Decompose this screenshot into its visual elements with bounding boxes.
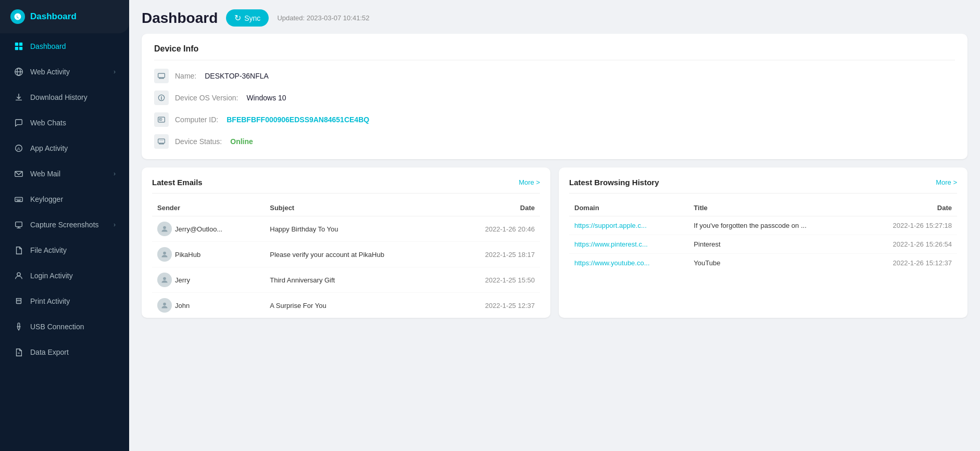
nav-label-download-history: Download History (30, 93, 116, 101)
device-row-value-1: Windows 10 (246, 94, 286, 102)
usb-icon (14, 321, 24, 332)
email-date-2: 2022-1-25 15:50 (450, 267, 540, 293)
avatar-2 (157, 273, 172, 287)
latest-browsing-header: Latest Browsing History More > (569, 178, 957, 194)
browsing-date-1: 2022-1-26 15:26:54 (860, 235, 957, 254)
email-date-3: 2022-1-25 12:37 (450, 293, 540, 318)
sync-icon: ↻ (234, 13, 241, 23)
device-row-value-2: BFEBFBFF000906EDSS9AN84651CE4BQ (227, 115, 369, 124)
dashboard-icon (14, 41, 24, 51)
device-info-title: Device Info (154, 44, 955, 60)
nav-label-dashboard: Dashboard (30, 42, 116, 50)
svg-rect-1 (19, 43, 22, 46)
device-row-0: Name: DESKTOP-36NFLA (154, 69, 955, 83)
latest-emails-title: Latest Emails (152, 178, 203, 187)
emails-more-link[interactable]: More > (519, 178, 540, 186)
svg-point-32 (161, 96, 162, 97)
device-row-icon-2: ID (154, 112, 169, 127)
main-header: Dashboard ↻ Sync Updated: 2023-03-07 10:… (129, 0, 980, 34)
file-icon (14, 245, 24, 255)
browsing-row-0: https://support.apple.c... If you've for… (569, 216, 957, 235)
sidebar-item-keylogger[interactable]: Keylogger (3, 187, 126, 212)
svg-rect-2 (15, 47, 18, 50)
nav-label-web-mail: Web Mail (30, 170, 107, 178)
email-sender-3: John (152, 293, 265, 318)
browsing-tbody: https://support.apple.c... If you've for… (569, 216, 957, 273)
avatar-3 (157, 298, 172, 313)
nav-label-data-export: Data Export (30, 348, 116, 356)
email-subject-2: Third Anniversary Gift (265, 267, 450, 293)
sidebar-item-web-mail[interactable]: Web Mail › (3, 161, 126, 186)
sidebar-logo: Dashboard (10, 9, 119, 24)
nav-label-usb-connection: USB Connection (30, 323, 116, 331)
nav-label-app-activity: App Activity (30, 144, 116, 152)
device-row-1: Device OS Version: Windows 10 (154, 91, 955, 105)
email-subject-3: A Surprise For You (265, 293, 450, 318)
col-date: Date (860, 200, 957, 216)
browsing-date-2: 2022-1-26 15:12:37 (860, 254, 957, 273)
email-sender-2: Jerry (152, 267, 265, 293)
email-row-1: PikaHub Please verify your account at Pi… (152, 242, 540, 267)
nav-arrow-web-activity: › (114, 68, 116, 75)
device-row-value-3: Online (230, 137, 253, 146)
device-row-icon-0 (154, 69, 169, 83)
sidebar-item-file-activity[interactable]: File Activity (3, 238, 126, 263)
sync-button[interactable]: ↻ Sync (226, 9, 269, 27)
nav-arrow-web-mail: › (114, 170, 116, 177)
device-row-label-0: Name: (175, 72, 196, 80)
col-sender: Sender (152, 200, 265, 216)
device-info-card: Device Info Name: DESKTOP-36NFLA Device … (142, 34, 968, 159)
apps-icon: A (14, 143, 24, 153)
device-info-rows: Name: DESKTOP-36NFLA Device OS Version: … (154, 69, 955, 149)
browsing-more-link[interactable]: More > (936, 178, 957, 186)
device-row-2: ID Computer ID: BFEBFBFF000906EDSS9AN846… (154, 112, 955, 127)
device-row-label-2: Computer ID: (175, 115, 218, 124)
svg-point-43 (163, 303, 166, 306)
mail-icon (14, 169, 24, 179)
browsing-domain-2: https://www.youtube.co... (569, 254, 688, 273)
sidebar-item-web-chats[interactable]: Web Chats (3, 110, 126, 135)
latest-browsing-title: Latest Browsing History (569, 178, 659, 187)
sync-label: Sync (244, 14, 260, 22)
device-row-value-0: DESKTOP-36NFLA (205, 72, 269, 80)
svg-rect-26 (158, 73, 165, 78)
page-title: Dashboard (142, 10, 218, 27)
bottom-cards: Latest Emails More > Sender Subject Date (142, 167, 968, 318)
avatar-1 (157, 247, 172, 262)
person-icon (14, 270, 24, 281)
svg-rect-0 (15, 43, 18, 46)
sidebar-header: Dashboard (0, 0, 129, 33)
nav-label-capture-screenshots: Capture Screenshots (30, 221, 107, 229)
nav-label-login-activity: Login Activity (30, 272, 116, 280)
sidebar-item-data-export[interactable]: Data Export (3, 340, 126, 365)
browsing-title-0: If you've forgotten the passcode on ... (688, 216, 860, 235)
screenshot-icon (14, 220, 24, 230)
print-icon (14, 296, 24, 306)
svg-point-41 (163, 252, 166, 255)
email-subject-1: Please verify your account at PikaHub (265, 242, 450, 267)
browsing-title-2: YouTube (688, 254, 860, 273)
sidebar-item-web-activity[interactable]: Web Activity › (3, 59, 126, 84)
nav-label-print-activity: Print Activity (30, 297, 116, 305)
sidebar-item-download-history[interactable]: Download History (3, 85, 126, 110)
sidebar-item-dashboard[interactable]: Dashboard (3, 34, 126, 59)
sidebar-item-usb-connection[interactable]: USB Connection (3, 314, 126, 339)
nav-label-web-chats: Web Chats (30, 119, 116, 127)
logo-icon (10, 9, 25, 24)
emails-tbody: Jerry@Outloo... Happy Birthday To You 20… (152, 216, 540, 318)
device-row-label-3: Device Status: (175, 137, 222, 146)
logo-text: Dashboard (30, 11, 77, 22)
sidebar-item-login-activity[interactable]: Login Activity (3, 263, 126, 288)
email-row-0: Jerry@Outloo... Happy Birthday To You 20… (152, 216, 540, 242)
sidebar-item-capture-screenshots[interactable]: Capture Screenshots › (3, 212, 126, 237)
nav-label-file-activity: File Activity (30, 246, 116, 254)
browsing-table: Domain Title Date https://support.apple.… (569, 200, 957, 272)
sidebar-item-print-activity[interactable]: Print Activity (3, 289, 126, 314)
emails-table: Sender Subject Date Jerry@Outloo... Happ… (152, 200, 540, 318)
email-sender-0: Jerry@Outloo... (152, 216, 265, 242)
email-date-1: 2022-1-25 18:17 (450, 242, 540, 267)
export-icon (14, 347, 24, 357)
sidebar-item-app-activity[interactable]: A App Activity (3, 136, 126, 161)
browsing-row-2: https://www.youtube.co... YouTube 2022-1… (569, 254, 957, 273)
email-subject-0: Happy Birthday To You (265, 216, 450, 242)
